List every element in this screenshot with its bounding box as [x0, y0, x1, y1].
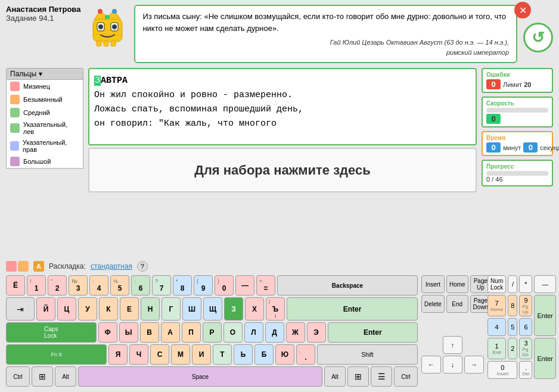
key-2[interactable]: " 2 [48, 275, 67, 295]
refresh-button[interactable]: ↺ [523, 23, 553, 52]
speed-value: 0 [486, 114, 501, 124]
key-d[interactable]: Д [265, 322, 284, 343]
key-f[interactable]: Ф [98, 322, 117, 343]
key-p[interactable]: П [182, 322, 201, 343]
quote-author: Гай Юлий Цезарь Октавиан Август (63 до н… [142, 38, 509, 57]
key-backspace[interactable]: Backspace [277, 275, 418, 295]
key-enter-2[interactable]: Enter [328, 322, 418, 343]
key-num3[interactable]: 3Pg Dn [519, 338, 532, 359]
key-up[interactable]: ↑ [443, 336, 462, 354]
time-box: Время 0 минут 0 секунд [482, 131, 553, 156]
key-4[interactable]: ; 4 [89, 275, 108, 295]
key-shift-right[interactable]: Shift [317, 344, 418, 365]
key-9[interactable]: ( 9 [194, 275, 213, 295]
key-left[interactable]: ← [421, 356, 441, 374]
key-h[interactable]: Х [245, 297, 264, 321]
key-delete[interactable]: Delete [421, 295, 445, 313]
key-o[interactable]: О [223, 322, 243, 343]
key-soft[interactable]: Ь [234, 344, 253, 365]
key-e2[interactable]: Э [307, 322, 326, 343]
key-num7[interactable]: 7Home [487, 295, 506, 316]
key-space[interactable]: Space [78, 366, 322, 387]
key-l[interactable]: Л [244, 322, 263, 343]
key-ts[interactable]: Ц [57, 297, 76, 321]
key-num9[interactable]: 9Pg Up [519, 295, 532, 316]
key-u[interactable]: У [78, 297, 97, 321]
key-r[interactable]: Р [203, 322, 222, 343]
key-y[interactable]: Й [36, 297, 55, 321]
key-num-enter-2[interactable]: Enter [534, 338, 555, 379]
key-num-minus[interactable]: — [534, 275, 555, 293]
key-g[interactable]: Г [162, 297, 181, 321]
keyboard-main: Ё ! 1 " 2 № 3 ; [6, 275, 418, 388]
key-b[interactable]: Б [254, 344, 274, 365]
key-tab[interactable]: ⇥ [6, 297, 35, 321]
key-e[interactable]: Е [120, 297, 139, 321]
key-num-del[interactable]: .Del [519, 361, 532, 379]
key-alt-left[interactable]: Alt [55, 366, 76, 387]
close-button[interactable]: ✕ [514, 2, 531, 18]
key-i[interactable]: И [192, 344, 211, 365]
key-sh[interactable]: Ш [182, 297, 201, 321]
key-s[interactable]: С [150, 344, 169, 365]
layout-link[interactable]: стандартная [91, 262, 132, 270]
seconds-label: секунд [540, 144, 559, 151]
key-win-right[interactable]: ⊞ [347, 366, 369, 387]
key-win-left[interactable]: ⊞ [32, 366, 53, 387]
key-comma[interactable]: , . [296, 344, 315, 365]
key-ctrl-left[interactable]: Ctrl [6, 366, 30, 387]
key-t[interactable]: Т [213, 344, 232, 365]
svg-point-1 [98, 9, 103, 14]
key-shift-left[interactable]: Fn It [6, 344, 107, 365]
key-num8[interactable]: 8 [508, 295, 517, 316]
help-button[interactable]: ? [137, 261, 148, 272]
key-right[interactable]: → [464, 356, 484, 374]
progress-label: Прогресс [486, 163, 548, 170]
key-6[interactable]: : 6 [131, 275, 150, 295]
key-plus[interactable]: + = [256, 275, 275, 295]
key-zh[interactable]: Ж [286, 322, 305, 343]
key-enter[interactable]: Enter [287, 297, 418, 321]
key-num0[interactable]: 0Insert [487, 361, 517, 379]
key-num-enter[interactable]: Enter [534, 295, 555, 336]
key-ctrl-right[interactable]: Ctrl [394, 366, 418, 387]
key-numlock[interactable]: NumLock [487, 275, 506, 293]
fingers-header[interactable]: Пальцы ▾ [6, 68, 83, 80]
key-yeru[interactable]: Ы [119, 322, 138, 343]
key-a[interactable]: А [161, 322, 180, 343]
key-m[interactable]: М [171, 344, 190, 365]
key-n[interactable]: Н [141, 297, 160, 321]
typing-text-box: ЗАВТРА Он жил спокойно и ровно - размере… [88, 68, 477, 145]
key-5[interactable]: % 5 [110, 275, 129, 295]
key-dash[interactable]: — [235, 275, 254, 295]
key-7[interactable]: ? 7 [152, 275, 171, 295]
key-num1[interactable]: 1End [487, 338, 506, 359]
key-z[interactable]: З [224, 297, 243, 321]
key-hard-sign[interactable]: / Ъ \ [266, 297, 285, 321]
key-0[interactable]: ) 0 [215, 275, 234, 295]
key-k[interactable]: К [99, 297, 118, 321]
key-num-div[interactable]: / [508, 275, 517, 293]
key-shch[interactable]: Щ [203, 297, 222, 321]
key-insert[interactable]: Insert [421, 275, 445, 293]
key-alt-right[interactable]: Alt [324, 366, 346, 387]
key-home[interactable]: Home [446, 275, 468, 293]
key-1[interactable]: ! 1 [27, 275, 46, 295]
key-num2[interactable]: 2 [508, 338, 517, 359]
key-yu[interactable]: Ю [275, 344, 294, 365]
key-3[interactable]: № 3 [69, 275, 88, 295]
key-num-mul[interactable]: * [519, 275, 532, 293]
key-num5[interactable]: 5 [508, 318, 517, 336]
key-num6[interactable]: 6 [519, 318, 532, 336]
key-8[interactable]: * 8 [173, 275, 192, 295]
key-menu[interactable]: ☰ [371, 366, 392, 387]
key-end[interactable]: End [446, 295, 468, 313]
key-yo[interactable]: Ё [6, 275, 25, 295]
key-ch[interactable]: Ч [129, 344, 148, 365]
key-down[interactable]: ↓ [443, 356, 462, 374]
key-v[interactable]: В [140, 322, 159, 343]
key-ya[interactable]: Я [108, 344, 128, 365]
key-caps-lock[interactable]: CapsLock [6, 322, 97, 343]
key-num4[interactable]: 4 [487, 318, 506, 336]
click-to-type-area[interactable]: Для набора нажмите здесь [88, 148, 477, 192]
